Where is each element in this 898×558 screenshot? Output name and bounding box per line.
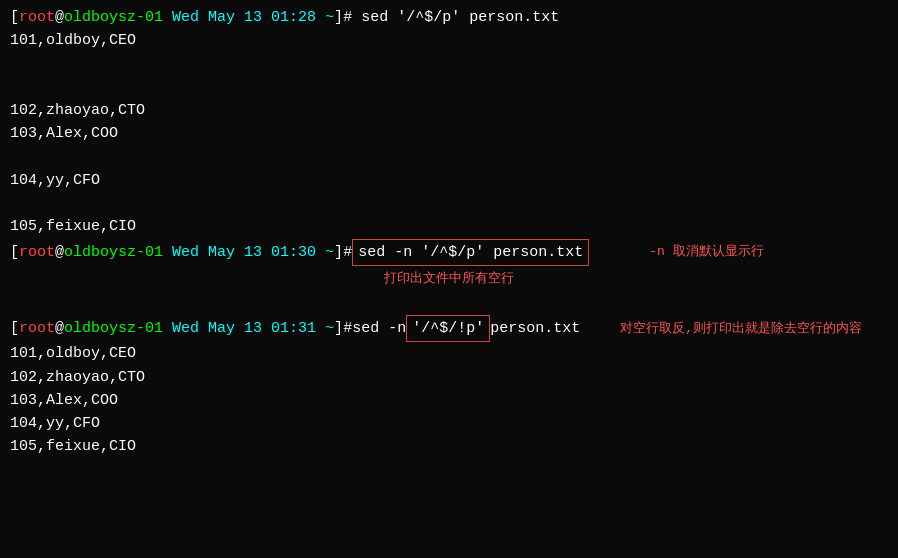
cmd-1: sed '/^$/p' person.txt xyxy=(352,6,559,29)
blank-3 xyxy=(10,146,888,169)
output-line-3: 103,Alex,COO xyxy=(10,122,888,145)
output-line-2: 102,zhaoyao,CTO xyxy=(10,99,888,122)
terminal-line-2: [root@oldboysz-01 Wed May 13 01:30 ~]# s… xyxy=(10,239,888,266)
output-line-5: 105,feixue,CIO xyxy=(10,215,888,238)
annotation-empty-lines: 打印出文件中所有空行 xyxy=(10,269,888,289)
cmd-highlight-1: '/^$/!p' xyxy=(406,315,490,342)
blank-1 xyxy=(10,53,888,76)
annotation-n-flag: -n 取消默认显示行 xyxy=(649,242,763,262)
terminal-window: [root@oldboysz-01 Wed May 13 01:28 ~]# s… xyxy=(0,0,898,465)
output-line-1: 101,oldboy,CEO xyxy=(10,29,888,52)
output-line-9: 104,yy,CFO xyxy=(10,412,888,435)
terminal-line-3: [root@oldboysz-01 Wed May 13 01:31 ~]# s… xyxy=(10,315,888,342)
blank-4 xyxy=(10,192,888,215)
output-line-7: 102,zhaoyao,CTO xyxy=(10,366,888,389)
output-line-4: 104,yy,CFO xyxy=(10,169,888,192)
cmd-box-1: sed -n '/^$/p' person.txt xyxy=(352,239,589,266)
prompt-2: [root@oldboysz-01 Wed May 13 01:30 ~]# xyxy=(10,241,352,264)
terminal-line-1: [root@oldboysz-01 Wed May 13 01:28 ~]# s… xyxy=(10,6,888,29)
output-line-6: 101,oldboy,CEO xyxy=(10,342,888,365)
annotation-negate: 对空行取反,则打印出就是除去空行的内容 xyxy=(620,319,862,339)
prompt-3: [root@oldboysz-01 Wed May 13 01:31 ~]# xyxy=(10,317,352,340)
blank-5 xyxy=(10,292,888,315)
blank-2 xyxy=(10,76,888,99)
prompt-1: [root@oldboysz-01 Wed May 13 01:28 ~]# xyxy=(10,6,352,29)
output-line-8: 103,Alex,COO xyxy=(10,389,888,412)
output-line-10: 105,feixue,CIO xyxy=(10,435,888,458)
cmd-3-pre: sed -n xyxy=(352,317,406,340)
cmd-3-post: person.txt xyxy=(490,317,580,340)
